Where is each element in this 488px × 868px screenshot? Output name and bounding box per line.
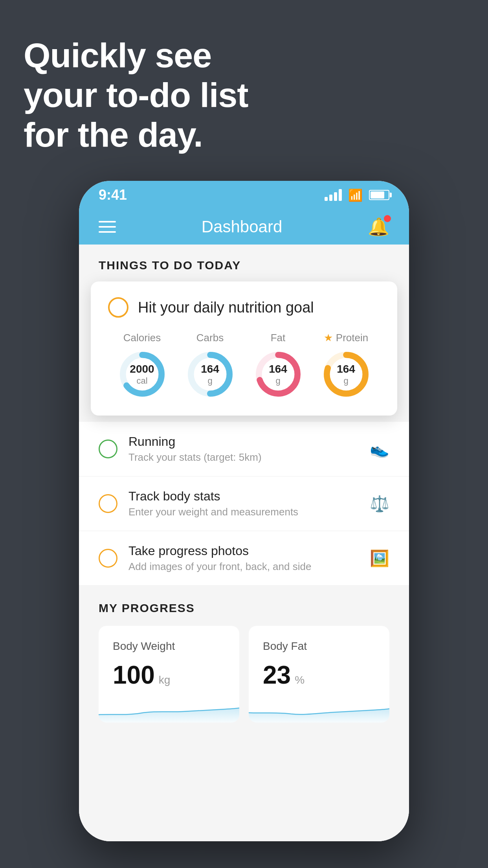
todo-item-body-stats[interactable]: Track body stats Enter your weight and m… [79,476,409,531]
body-fat-unit: % [295,674,305,686]
calories-unit: cal [130,376,154,386]
body-weight-card-title: Body Weight [113,640,225,653]
menu-button[interactable] [99,221,116,233]
notifications-button[interactable]: 🔔 [368,217,389,237]
running-title: Running [128,434,359,449]
wifi-icon: 📶 [348,188,363,202]
status-bar: 9:41 📶 [79,181,409,209]
body-stats-title: Track body stats [128,489,359,504]
carbs-value: 164 [201,362,219,376]
body-stats-subtitle: Enter your weight and measurements [128,506,359,518]
progress-section: MY PROGRESS Body Weight 100 kg [79,586,409,734]
protein-donut: 164 g [321,349,372,400]
portrait-icon: 🖼️ [370,549,389,568]
fat-item: Fat 164 g [253,332,304,400]
status-icons: 📶 [325,188,389,202]
protein-value: 164 [337,362,355,376]
fat-label: Fat [271,332,286,344]
photos-text: Take progress photos Add images of your … [128,544,359,573]
fat-unit: g [269,376,287,386]
app-content: THINGS TO DO TODAY Hit your daily nutrit… [79,245,409,841]
nutrition-card-title: Hit your daily nutrition goal [138,299,314,316]
nutrition-card[interactable]: Hit your daily nutrition goal Calories [91,281,397,416]
todo-item-photos[interactable]: Take progress photos Add images of your … [79,531,409,586]
fat-value: 164 [269,362,287,376]
running-check-circle[interactable] [99,440,117,458]
headline: Quickly see your to-do list for the day. [24,35,248,155]
things-section-header: THINGS TO DO TODAY [79,245,409,281]
protein-label: Protein [336,332,368,344]
body-fat-chart [249,699,389,723]
phone-mockup: 9:41 📶 Dashboard 🔔 [79,181,409,841]
photos-title: Take progress photos [128,544,359,558]
calories-item: Calories 2000 cal [117,332,168,400]
notification-badge [384,215,391,222]
calories-donut: 2000 cal [117,349,168,400]
signal-icon [325,189,342,201]
running-subtitle: Track your stats (target: 5km) [128,451,359,463]
battery-icon [369,190,389,200]
nutrition-grid: Calories 2000 cal [108,332,380,400]
calories-value: 2000 [130,362,154,376]
body-stats-text: Track body stats Enter your weight and m… [128,489,359,518]
calories-label: Calories [123,332,161,344]
running-text: Running Track your stats (target: 5km) [128,434,359,463]
body-fat-card-title: Body Fat [263,640,375,653]
status-time: 9:41 [99,187,127,203]
body-fat-value-row: 23 % [263,660,375,690]
things-title: THINGS TO DO TODAY [99,259,241,272]
carbs-unit: g [201,376,219,386]
nutrition-check-circle[interactable] [108,297,128,318]
shoe-icon: 👟 [370,440,389,458]
phone-shell: 9:41 📶 Dashboard 🔔 [79,181,409,841]
progress-section-title: MY PROGRESS [99,601,389,615]
star-icon: ★ [324,332,333,344]
body-weight-chart [99,699,239,723]
body-weight-unit: kg [159,674,171,686]
protein-unit: g [337,376,355,386]
carbs-donut: 164 g [185,349,236,400]
todo-list: Running Track your stats (target: 5km) 👟… [79,422,409,586]
body-fat-value: 23 [263,660,291,690]
body-weight-value-row: 100 kg [113,660,225,690]
body-weight-card[interactable]: Body Weight 100 kg [99,626,239,723]
nav-bar: Dashboard 🔔 [79,209,409,245]
body-weight-value: 100 [113,660,155,690]
carbs-item: Carbs 164 g [185,332,236,400]
scale-icon: ⚖️ [370,495,389,513]
fat-donut: 164 g [253,349,304,400]
nutrition-card-header: Hit your daily nutrition goal [108,297,380,318]
body-fat-card[interactable]: Body Fat 23 % [249,626,389,723]
photos-subtitle: Add images of your front, back, and side [128,561,359,573]
photos-check-circle[interactable] [99,549,117,568]
carbs-label: Carbs [196,332,224,344]
nav-title: Dashboard [202,217,282,236]
body-stats-check-circle[interactable] [99,494,117,513]
protein-item: ★ Protein 164 g [321,332,372,400]
todo-item-running[interactable]: Running Track your stats (target: 5km) 👟 [79,422,409,476]
progress-grid: Body Weight 100 kg [99,626,389,723]
